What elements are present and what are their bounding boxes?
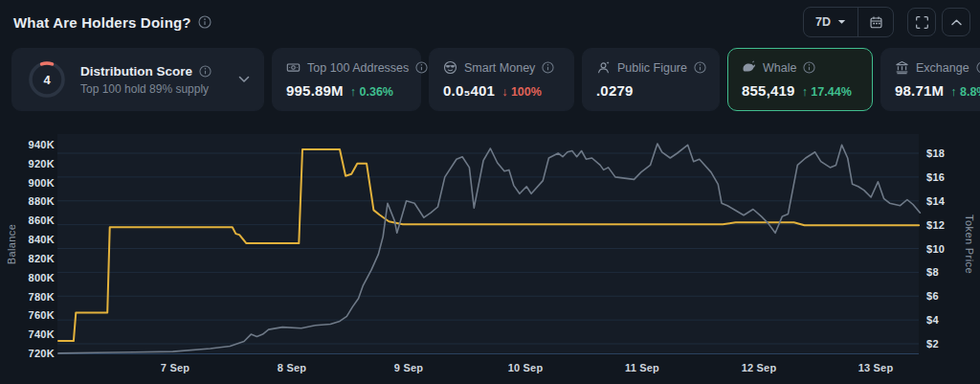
stat-info-icon[interactable] [415, 61, 428, 74]
stat-card-top-100-addresses[interactable]: Top 100 Addresses 995.89M ↑ 0.36% [272, 48, 421, 111]
stat-info-icon[interactable] [803, 61, 815, 74]
stat-value: 0.0₅401 [443, 82, 495, 99]
svg-text:760K: 760K [29, 309, 56, 321]
caret-down-icon [837, 19, 846, 25]
svg-text:12 Sep: 12 Sep [742, 362, 777, 373]
distribution-score-gauge: 4 [26, 58, 68, 101]
svg-text:$2: $2 [926, 338, 939, 350]
stat-label: Exchange [916, 61, 969, 75]
fullscreen-icon [915, 15, 929, 30]
svg-text:$6: $6 [926, 290, 939, 302]
svg-text:13 Sep: 13 Sep [858, 362, 894, 373]
svg-text:9 Sep: 9 Sep [394, 362, 423, 373]
stat-value: 98.71M [895, 82, 944, 99]
distribution-score-value: 4 [26, 58, 68, 101]
stat-card-whale[interactable]: Whale 855,419 ↑ 17.44% [727, 48, 873, 111]
svg-text:720K: 720K [29, 348, 56, 359]
svg-text:740K: 740K [29, 328, 56, 340]
fullscreen-button[interactable] [907, 8, 936, 36]
y-right-axis-title: Token Price [964, 215, 975, 274]
svg-text:10 Sep: 10 Sep [508, 362, 544, 373]
stat-change: ↓ 100% [501, 85, 542, 99]
stat-change: ↑ 8.8% [950, 85, 980, 99]
svg-text:900K: 900K [29, 177, 56, 189]
banknote-icon [286, 60, 301, 75]
smart-money-icon [443, 60, 457, 75]
svg-text:940K: 940K [29, 139, 56, 150]
stat-label: Whale [763, 61, 796, 75]
chevron-down-icon [238, 76, 250, 83]
svg-text:$12: $12 [926, 219, 945, 231]
svg-text:840K: 840K [29, 234, 56, 245]
distribution-info-icon[interactable] [199, 65, 212, 78]
svg-text:860K: 860K [29, 215, 56, 226]
stat-info-icon[interactable] [976, 61, 980, 74]
y-left-axis-title: Balance [6, 224, 17, 265]
y-right-tick-labels: $2$4$6$8$10$12$14$16$18 [926, 147, 946, 350]
chart-canvas: 720K740K760K780K800K820K840K860K880K900K… [0, 120, 980, 384]
svg-text:880K: 880K [29, 195, 56, 207]
svg-text:11 Sep: 11 Sep [625, 362, 659, 373]
calendar-button[interactable] [858, 8, 893, 36]
svg-text:$10: $10 [926, 243, 945, 255]
date-range-group: 7D [803, 7, 894, 37]
page-title: What Are Holders Doing? [13, 14, 191, 31]
collapse-button[interactable] [942, 8, 970, 36]
svg-text:$14: $14 [926, 195, 946, 207]
bank-icon [895, 60, 909, 75]
distribution-score-title: Distribution Score [80, 64, 192, 79]
distribution-subtitle: Top 100 hold 89% supply [80, 82, 226, 96]
calendar-icon [869, 15, 883, 30]
svg-text:$18: $18 [926, 147, 945, 159]
range-label: 7D [815, 15, 831, 29]
svg-text:780K: 780K [29, 291, 56, 303]
stat-change: ↑ 17.44% [802, 85, 852, 99]
title-info-icon[interactable] [198, 15, 212, 29]
stat-label: Public Figure [617, 61, 687, 75]
stat-card-smart-money[interactable]: Smart Money 0.0₅401 ↓ 100% [429, 48, 574, 111]
chevron-up-icon [950, 18, 963, 27]
stat-value: 855,419 [742, 82, 795, 99]
svg-text:$16: $16 [926, 171, 945, 183]
stat-label: Smart Money [464, 61, 535, 75]
svg-text:$4: $4 [926, 314, 939, 326]
svg-text:8 Sep: 8 Sep [278, 362, 306, 373]
stat-info-icon[interactable] [542, 61, 554, 74]
holders-balance-price-chart[interactable]: 720K740K760K780K800K820K840K860K880K900K… [0, 120, 980, 384]
svg-text:$8: $8 [926, 266, 939, 278]
stat-info-icon[interactable] [694, 61, 706, 74]
stat-value: 995.89M [286, 82, 344, 99]
svg-text:820K: 820K [29, 253, 56, 264]
stat-card-exchange[interactable]: Exchange 98.71M ↑ 8.8% [880, 48, 980, 111]
whale-icon [742, 60, 756, 75]
public-figure-icon [596, 60, 611, 75]
x-axis-tick-labels: 7 Sep8 Sep9 Sep10 Sep11 Sep12 Sep13 Sep [161, 362, 894, 373]
stat-value: .0279 [596, 82, 634, 99]
holder-stat-cards: 4 Distribution Score Top 100 hold 89% su… [11, 48, 980, 111]
svg-text:800K: 800K [29, 272, 56, 283]
stat-label: Top 100 Addresses [307, 61, 409, 75]
svg-text:920K: 920K [29, 158, 56, 169]
range-selector[interactable]: 7D [804, 8, 858, 36]
widget-header: What Are Holders Doing? 7D [0, 0, 980, 44]
plot-area [57, 134, 919, 354]
y-left-tick-labels: 720K740K760K780K800K820K840K860K880K900K… [29, 139, 56, 359]
stat-card-public-figure[interactable]: Public Figure .0279 [582, 48, 720, 111]
stat-change: ↑ 0.36% [350, 85, 393, 99]
svg-text:7 Sep: 7 Sep [161, 362, 189, 373]
header-controls: 7D [803, 7, 970, 37]
distribution-score-card[interactable]: 4 Distribution Score Top 100 hold 89% su… [11, 48, 264, 111]
